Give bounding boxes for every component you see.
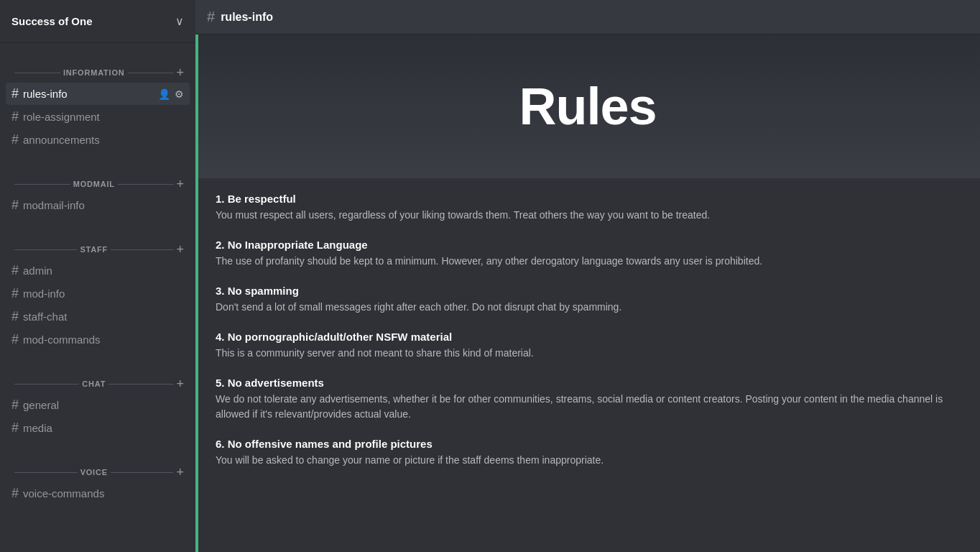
add-channel-chat[interactable]: + xyxy=(177,377,185,390)
channel-item-modmail-info[interactable]: # modmail-info xyxy=(6,194,190,216)
divider xyxy=(111,472,174,473)
divider xyxy=(111,249,173,250)
settings-icon[interactable]: ⚙ xyxy=(175,88,184,100)
channel-item-mod-info[interactable]: # mod-info xyxy=(6,282,190,305)
rule-6-body: You will be asked to change your name or… xyxy=(216,453,963,468)
rule-3: 3. No spamming Don't send a lot of small… xyxy=(216,285,963,315)
rule-4-body: This is a community server and not meant… xyxy=(216,346,963,361)
add-channel-information[interactable]: + xyxy=(177,66,185,79)
hash-icon: # xyxy=(11,286,19,301)
divider xyxy=(14,184,70,185)
hash-icon: # xyxy=(11,420,19,436)
channel-name-announcements: announcements xyxy=(23,134,184,146)
banner-accent xyxy=(195,34,198,178)
section-header-information: INFORMATION + xyxy=(6,55,190,82)
section-header-modmail: MODMAIL + xyxy=(6,166,190,193)
hash-icon: # xyxy=(11,263,19,278)
rule-6: 6. No offensive names and profile pictur… xyxy=(216,438,963,468)
channel-item-staff-chat[interactable]: # staff-chat xyxy=(6,305,190,328)
hash-icon: # xyxy=(11,132,19,147)
channel-name-voice-commands: voice-commands xyxy=(23,487,184,500)
channel-name-admin: admin xyxy=(23,264,184,277)
channel-item-general[interactable]: # general xyxy=(6,394,190,416)
rule-1-body: You must respect all users, regardless o… xyxy=(216,208,963,223)
channel-header-name: rules-info xyxy=(221,11,273,24)
section-information: INFORMATION + # rules-info 👤 ⚙ # role-as… xyxy=(0,43,195,155)
channel-header-hash-icon: # xyxy=(207,9,215,25)
main-content: # rules-info Rules 1. Be respectful You … xyxy=(195,0,980,552)
channel-name-modmail-info: modmail-info xyxy=(23,199,184,211)
channel-name-mod-commands: mod-commands xyxy=(23,334,184,346)
section-label-voice: VOICE xyxy=(80,468,108,477)
channel-name-mod-info: mod-info xyxy=(23,288,184,300)
section-label-staff: STAFF xyxy=(80,245,108,254)
rule-4-title: 4. No pornographic/adult/other NSFW mate… xyxy=(216,331,963,343)
section-header-voice: VOICE + xyxy=(6,454,190,482)
hash-icon: # xyxy=(11,86,19,101)
channel-name-media: media xyxy=(23,422,184,434)
chevron-down-icon: ∨ xyxy=(175,14,184,28)
divider xyxy=(14,472,78,473)
channel-name-role-assignment: role-assignment xyxy=(23,111,184,123)
hash-icon: # xyxy=(11,198,19,213)
section-chat: CHAT + # general # media xyxy=(0,354,195,443)
hash-icon: # xyxy=(11,109,19,124)
hash-icon: # xyxy=(11,332,19,347)
section-staff: STAFF + # admin # mod-info # staff-chat … xyxy=(0,220,195,354)
divider xyxy=(14,249,77,250)
rule-2-body: The use of profanity should be kept to a… xyxy=(216,254,963,269)
rule-3-title: 3. No spamming xyxy=(216,285,963,297)
section-voice: VOICE + # voice-commands xyxy=(0,443,195,508)
add-channel-staff[interactable]: + xyxy=(177,243,185,256)
hash-icon: # xyxy=(11,309,19,324)
section-label-modmail: MODMAIL xyxy=(73,180,115,188)
rule-1: 1. Be respectful You must respect all us… xyxy=(216,193,963,223)
rule-2: 2. No Inappropriate Language The use of … xyxy=(216,239,963,269)
server-title: Success of One xyxy=(11,15,93,27)
rule-2-title: 2. No Inappropriate Language xyxy=(216,239,963,251)
banner: Rules xyxy=(195,34,980,178)
channel-item-admin[interactable]: # admin xyxy=(6,259,190,282)
rule-6-title: 6. No offensive names and profile pictur… xyxy=(216,438,963,450)
sidebar: Success of One ∨ INFORMATION + # rules-i… xyxy=(0,0,195,552)
divider xyxy=(118,184,174,185)
channel-name-general: general xyxy=(23,399,184,411)
channel-name-rules-info: rules-info xyxy=(23,88,158,100)
section-header-staff: STAFF + xyxy=(6,231,190,259)
channel-item-role-assignment[interactable]: # role-assignment xyxy=(6,106,190,128)
banner-title: Rules xyxy=(519,77,656,136)
section-label-information: INFORMATION xyxy=(63,68,125,77)
rule-5-title: 5. No advertisements xyxy=(216,377,963,389)
section-header-chat: CHAT + xyxy=(6,366,190,393)
divider xyxy=(108,384,173,385)
add-channel-modmail[interactable]: + xyxy=(177,178,185,190)
rule-5-body: We do not tolerate any advertisements, w… xyxy=(216,392,963,422)
section-label-chat: CHAT xyxy=(82,380,106,388)
rule-5: 5. No advertisements We do not tolerate … xyxy=(216,377,963,422)
divider xyxy=(14,73,60,73)
channel-item-voice-commands[interactable]: # voice-commands xyxy=(6,482,190,505)
rules-content: 1. Be respectful You must respect all us… xyxy=(195,178,980,552)
server-header[interactable]: Success of One ∨ xyxy=(0,0,195,43)
hash-icon: # xyxy=(11,397,19,413)
channel-name-staff-chat: staff-chat xyxy=(23,310,184,323)
hash-icon: # xyxy=(11,486,19,501)
rule-1-title: 1. Be respectful xyxy=(216,193,963,205)
channel-item-mod-commands[interactable]: # mod-commands xyxy=(6,328,190,351)
channel-header: # rules-info xyxy=(195,0,980,34)
add-channel-voice[interactable]: + xyxy=(176,466,184,479)
divider xyxy=(128,73,174,73)
section-modmail: MODMAIL + # modmail-info xyxy=(0,155,195,220)
channel-actions-rules-info: 👤 ⚙ xyxy=(158,88,184,100)
channel-item-announcements[interactable]: # announcements xyxy=(6,129,190,151)
add-user-icon[interactable]: 👤 xyxy=(158,88,170,100)
divider xyxy=(14,384,79,385)
channel-item-rules-info[interactable]: # rules-info 👤 ⚙ xyxy=(6,83,190,105)
content-area: Rules 1. Be respectful You must respect … xyxy=(195,34,980,552)
rule-3-body: Don't send a lot of small messages right… xyxy=(216,300,963,315)
channel-item-media[interactable]: # media xyxy=(6,417,190,439)
rule-4: 4. No pornographic/adult/other NSFW mate… xyxy=(216,331,963,361)
